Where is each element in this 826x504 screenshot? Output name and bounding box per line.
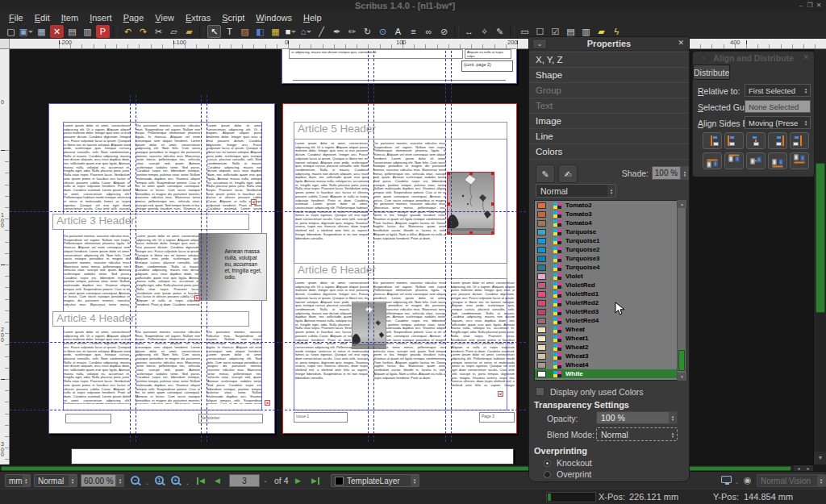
insert-bezier-curve-icon[interactable]: ✒: [330, 25, 344, 38]
radio-button-icon[interactable]: [544, 460, 551, 467]
page-number-field[interactable]: 3: [229, 474, 260, 487]
spinner-icon[interactable]: ▴▾: [69, 475, 77, 486]
color-list-item[interactable]: Turquoise: [535, 227, 685, 236]
color-list-scrollbar-thumb[interactable]: [678, 350, 685, 371]
menu-item[interactable]: Item: [56, 12, 84, 23]
properties-section-button[interactable]: Image: [529, 114, 689, 129]
column-guide[interactable]: [451, 49, 452, 442]
color-list-item[interactable]: Turquoise3: [535, 254, 685, 263]
align-bottom-sides-button[interactable]: [768, 152, 787, 169]
vertical-ruler[interactable]: 0100200300: [0, 49, 10, 464]
relative-to-select[interactable]: First Selected▴▾: [745, 84, 811, 97]
article-6-header-frame[interactable]: Article 6 Header: [294, 263, 507, 279]
color-list-item[interactable]: Tomato4: [535, 219, 685, 227]
display-only-used-checkbox[interactable]: [536, 387, 544, 396]
color-list-scrollbar[interactable]: ▴ ▾: [677, 200, 686, 381]
insert-polygon-icon[interactable]: ⌂: [299, 25, 313, 38]
text-frame[interactable]: Dis parturient montes, nascetur ridiculu…: [64, 235, 130, 307]
align-center-vertical-axis-button[interactable]: [746, 132, 766, 149]
align-bottom-to-anchor-button[interactable]: [790, 152, 809, 169]
color-list-item[interactable]: White: [535, 369, 685, 378]
menu-item[interactable]: Extras: [180, 12, 216, 23]
shade-spinner-icon[interactable]: ▴▾: [681, 166, 689, 180]
cut-icon[interactable]: ✂: [152, 25, 165, 38]
color-list-item[interactable]: Tomato3: [535, 210, 685, 219]
color-list-item[interactable]: Wheat2: [535, 343, 685, 352]
select-item-icon[interactable]: ↖: [207, 25, 221, 38]
article-5-header-frame[interactable]: Article 5 Header: [294, 122, 507, 140]
insert-table-icon[interactable]: ▦: [269, 25, 282, 38]
color-list-item[interactable]: VioletRed3: [535, 307, 685, 316]
page-number-frame[interactable]: Page 3: [479, 412, 515, 423]
text-frame[interactable]: Dis parturient montes, nascetur ridiculu…: [373, 142, 446, 251]
selection-handle[interactable]: [491, 231, 494, 235]
link-text-frames-icon[interactable]: ∞: [422, 25, 436, 38]
vision-select[interactable]: Normal Vision▴▾: [757, 474, 826, 487]
last-page-button[interactable]: ▶: [311, 474, 319, 487]
edit-text-story-editor-icon[interactable]: ≡: [407, 25, 420, 38]
zoom-level-field[interactable]: 60.00 %: [81, 474, 116, 487]
edit-line-color-icon[interactable]: ✎: [536, 165, 555, 183]
menu-item[interactable]: File: [3, 12, 29, 23]
panel-close-icon[interactable]: ✕: [678, 39, 684, 47]
ruler-origin-corner[interactable]: [0, 39, 10, 49]
selection-handle[interactable]: [491, 172, 494, 175]
align-top-to-anchor-button[interactable]: [703, 152, 722, 169]
horizontal-scrollbar[interactable]: ◂ ▸: [0, 464, 813, 471]
menu-item[interactable]: Edit: [29, 12, 56, 23]
align-sides-by-select[interactable]: Moving (Prese▴▾: [745, 116, 811, 129]
menu-item[interactable]: Insert: [84, 12, 118, 23]
align-right-to-anchor-button[interactable]: [790, 132, 809, 149]
color-list-item[interactable]: Turquoise2: [535, 245, 685, 254]
preview-eye-icon[interactable]: ◉: [744, 475, 752, 485]
spinner-icon[interactable]: ▴▾: [23, 475, 30, 486]
first-page-button[interactable]: ◀: [197, 474, 205, 487]
selection-handle[interactable]: [447, 202, 450, 206]
unit-select[interactable]: mm▴▾: [5, 474, 31, 487]
minimize-window-icon[interactable]: –: [797, 2, 805, 9]
new-document-icon[interactable]: ▢: [4, 25, 18, 38]
color-list-item[interactable]: Violet: [535, 272, 685, 281]
color-list-item[interactable]: Turquoise1: [535, 236, 685, 245]
toolbar-button[interactable]: [199, 26, 204, 37]
zoom-100-icon[interactable]: 1: [155, 476, 164, 485]
next-page-button[interactable]: ▶: [295, 474, 301, 487]
save-document-icon[interactable]: ▦: [35, 25, 48, 38]
text-frame[interactable]: Lorem ipsum dolor sit amet, consectetuer…: [207, 124, 262, 211]
properties-section-button[interactable]: Line: [529, 129, 689, 144]
selection-handle[interactable]: [491, 202, 494, 206]
align-left-to-anchor-button[interactable]: [703, 132, 722, 149]
close-document-icon[interactable]: ✕: [50, 25, 64, 38]
color-list-item[interactable]: Wheat1: [535, 334, 685, 343]
align-right-sides-button[interactable]: [768, 132, 787, 149]
insert-render-frame-icon[interactable]: ◧: [253, 25, 267, 38]
selection-handle[interactable]: [447, 231, 450, 235]
text-frame[interactable]: ur adipiscing, mauris non dictum tristiq…: [289, 49, 463, 59]
spinner-icon[interactable]: ▴▾: [669, 412, 677, 423]
toolbar-button[interactable]: [113, 26, 118, 37]
copy-icon[interactable]: ▱: [167, 25, 181, 38]
text-frame[interactable]: Lorem ipsum dolor sit amet, consectetuer…: [136, 235, 200, 307]
column-guide[interactable]: [136, 95, 136, 442]
article-4-header-frame[interactable]: Article 4 Header: [52, 311, 249, 327]
blend-mode-select[interactable]: Normal▴▾: [596, 427, 678, 441]
scroll-up-icon[interactable]: ▴: [678, 200, 686, 208]
shade-field[interactable]: 100 %: [652, 166, 681, 180]
align-left-sides-button[interactable]: [724, 132, 744, 149]
color-list-item[interactable]: Wheat: [535, 325, 685, 334]
previous-page-button[interactable]: ◀: [215, 474, 220, 487]
spinner-icon[interactable]: ▴▾: [669, 428, 677, 440]
column-guide[interactable]: [130, 95, 131, 442]
color-list-item[interactable]: Wheat3: [535, 352, 685, 360]
text-frame[interactable]: Aliquam eu nulla at turpis vulpu: [465, 49, 511, 59]
edit-fill-color-icon[interactable]: ✍: [558, 165, 578, 183]
horizontal-ruler[interactable]: -200-1000100200400: [0, 39, 826, 49]
text-frame[interactable]: Lorem ipsum dolor sit amet, consectetuer…: [295, 142, 368, 251]
footer-frame[interactable]: Newsletter: [198, 414, 263, 423]
zoom-tool-icon[interactable]: ⊙: [376, 25, 390, 38]
vertical-scrollbar-thumb[interactable]: [816, 163, 825, 313]
menu-item[interactable]: View: [149, 12, 180, 23]
properties-panel-header[interactable]: ⌄ Properties ✕: [529, 37, 689, 51]
opacity-field[interactable]: 100 %▴▾: [596, 411, 678, 424]
align-top-sides-button[interactable]: [724, 152, 744, 169]
